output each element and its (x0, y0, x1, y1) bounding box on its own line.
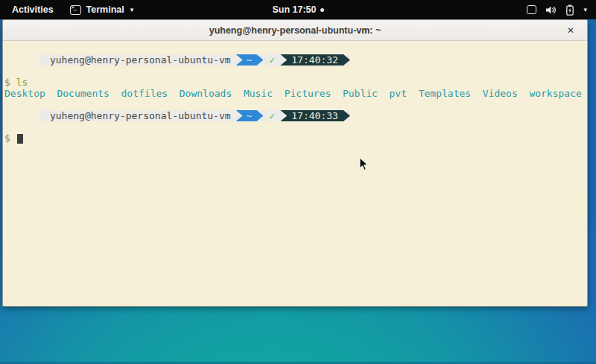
chevron-down-icon: ▾ (130, 6, 134, 13)
prompt-path-segment: ~ (236, 54, 264, 66)
prompt-user-host: yuheng@henry-personal-ubuntu-vm (39, 54, 235, 66)
activities-button[interactable]: Activities (9, 3, 57, 16)
prompt-dollar: $ (4, 77, 10, 88)
tray-chevron-down-icon: ▾ (583, 6, 587, 13)
text-cursor-block (17, 134, 23, 144)
current-prompt-line: $ (4, 132, 586, 144)
window-title: yuheng@henry-personal-ubuntu-vm: ~ (209, 25, 381, 36)
clock-label: Sun 17:50 (272, 4, 316, 15)
prompt-line-2: yuheng@henry-personal-ubuntu-vm ~ ✓ 17:4… (4, 99, 586, 132)
system-tray[interactable]: ▾ (524, 0, 590, 19)
directory-entry: Music (244, 88, 273, 99)
app-menu-label: Terminal (86, 4, 124, 15)
directory-entry: Pictures (285, 88, 332, 99)
directory-entry: Public (343, 88, 378, 99)
directory-entry: Videos (483, 88, 518, 99)
directory-entry: Templates (419, 88, 471, 99)
display-icon (527, 5, 536, 14)
terminal-app-icon (70, 5, 81, 15)
directory-entry: Desktop (4, 88, 45, 99)
clock-button[interactable]: Sun 17:50 (272, 4, 323, 15)
command-line: $ ls (4, 77, 586, 88)
prompt-line-1: yuheng@henry-personal-ubuntu-vm ~ ✓ 17:4… (4, 43, 586, 77)
terminal-content[interactable]: yuheng@henry-personal-ubuntu-vm ~ ✓ 17:4… (3, 41, 587, 306)
prompt-timestamp: 17:40:32 (280, 54, 350, 66)
top-bar: Activities Terminal ▾ Sun 17:50 ▾ (0, 0, 596, 19)
typed-command: ls (16, 77, 28, 88)
prompt-success-check-icon: ✓ (263, 54, 280, 66)
ls-output: Desktop Documents dotfiles Downloads Mus… (4, 88, 586, 99)
directory-entry: pvt (390, 88, 407, 99)
app-menu-terminal[interactable]: Terminal ▾ (70, 4, 134, 15)
terminal-window: yuheng@henry-personal-ubuntu-vm: ~ ✕ yuh… (2, 19, 588, 307)
directory-entry: Downloads (180, 88, 232, 99)
prompt-dollar: $ (4, 132, 10, 144)
prompt-success-check-icon: ✓ (263, 110, 280, 121)
volume-icon (546, 5, 557, 15)
prompt-timestamp: 17:40:33 (280, 110, 350, 121)
close-button[interactable]: ✕ (564, 24, 577, 37)
directory-entry: dotfiles (121, 88, 168, 99)
notification-dot (320, 8, 324, 12)
window-titlebar[interactable]: yuheng@henry-personal-ubuntu-vm: ~ ✕ (3, 20, 587, 41)
directory-entry: Documents (57, 88, 109, 99)
battery-icon (566, 4, 574, 16)
prompt-user-host: yuheng@henry-personal-ubuntu-vm (39, 110, 235, 121)
prompt-path-segment: ~ (236, 110, 264, 121)
directory-entry: workspace (529, 88, 581, 99)
